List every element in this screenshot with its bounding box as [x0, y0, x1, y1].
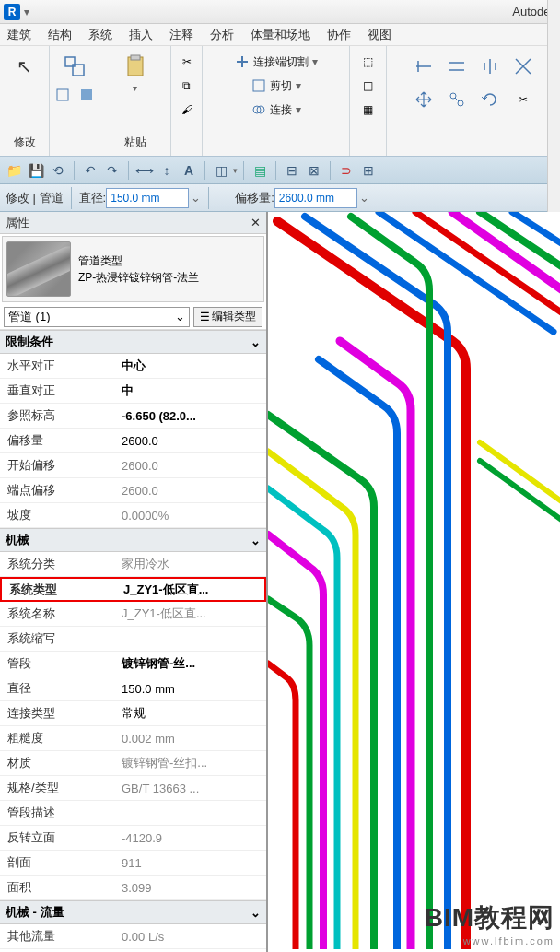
- menu-struct[interactable]: 结构: [48, 27, 72, 43]
- qat-close[interactable]: ⊠: [304, 160, 324, 181]
- match-btn[interactable]: 🖌: [177, 100, 197, 120]
- row-start-off: 开始偏移2600.0: [0, 453, 266, 478]
- menu-collab[interactable]: 协作: [327, 27, 351, 43]
- move-btn[interactable]: [409, 85, 438, 114]
- qat-magnet[interactable]: ⊃: [336, 160, 356, 181]
- cut-btn[interactable]: ✂: [177, 52, 197, 72]
- qat-dim1[interactable]: ⟷: [134, 160, 155, 181]
- type-name: ZP-热浸锌镀锌钢管-法兰: [78, 269, 199, 286]
- qat-3d[interactable]: ◫: [211, 160, 231, 181]
- group-mechanical[interactable]: 机械⌄: [0, 528, 266, 552]
- quick-access-toolbar: 📁 💾 ⟲ ↶ ↷ ⟷ ↕ A ◫ ▾ ▤ ⊟ ⊠ ⊃ ⊞: [0, 157, 560, 184]
- row-sys-name: 系统名称J_ZY1-低区直...: [0, 602, 266, 627]
- qat-sync[interactable]: ⟲: [48, 160, 68, 181]
- filter-combo[interactable]: 管道 (1)⌄: [4, 307, 190, 327]
- panel-paste-label: 粘贴: [124, 135, 146, 152]
- cut-geom-btn[interactable]: 剪切▾: [247, 75, 306, 97]
- split-btn[interactable]: ✂: [508, 85, 538, 114]
- select-tool[interactable]: ↖: [10, 52, 40, 81]
- qat-redo[interactable]: ↷: [102, 160, 122, 181]
- group-mech-flow[interactable]: 机械 - 流量⌄: [0, 900, 266, 924]
- qat-text[interactable]: A: [179, 160, 199, 181]
- qat-thin[interactable]: ⊟: [282, 160, 302, 181]
- ribbon: ↖ 修改 ▾ 粘贴 ✂ ⧉ 🖌 连接端切割▾ 剪切▾ 连接▾ ⬚ ◫ ▦: [0, 46, 560, 157]
- prop-btn-2[interactable]: [76, 85, 97, 105]
- type-properties-btn[interactable]: [60, 52, 89, 81]
- edit-type-icon: ☰: [200, 311, 210, 323]
- collapse-icon: ⌄: [251, 534, 261, 547]
- collapse-icon: ⌄: [251, 335, 261, 349]
- clipboard-icon: [122, 53, 148, 79]
- chevron-down-icon: ⌄: [175, 310, 185, 323]
- row-v-just: 垂直对正中: [0, 379, 266, 404]
- menu-analyze[interactable]: 分析: [210, 27, 234, 43]
- group-constraints[interactable]: 限制条件⌄: [0, 330, 266, 354]
- menu-view[interactable]: 视图: [368, 27, 391, 43]
- property-list: 限制条件⌄ 水平对正中心 垂直对正中 参照标高-6.650 (82.0... 偏…: [0, 330, 266, 952]
- properties-panel: 属性 ✕ 管道类型 ZP-热浸锌镀锌钢管-法兰 管道 (1)⌄ ☰编辑类型 限制…: [0, 212, 267, 952]
- row-inv-elev: 反转立面-4120.9: [0, 826, 266, 851]
- row-conn-type: 连接类型常规: [0, 701, 266, 726]
- row-end-off: 端点偏移2600.0: [0, 478, 266, 503]
- svg-rect-3: [81, 89, 92, 100]
- offset-input[interactable]: [274, 188, 357, 208]
- mirror-btn[interactable]: [475, 52, 505, 81]
- qat-undo[interactable]: ↶: [80, 160, 100, 181]
- copy-btn[interactable]: ⧉: [177, 76, 197, 96]
- row-material: 材质镀锌钢管-丝扣...: [0, 751, 266, 776]
- join-btn[interactable]: 连接▾: [247, 99, 306, 121]
- qat-dim2[interactable]: ↕: [157, 160, 177, 181]
- row-diameter: 直径150.0 mm: [0, 676, 266, 701]
- row-other-flow: 其他流量0.00 L/s: [0, 924, 266, 949]
- rotate-btn[interactable]: [475, 85, 505, 114]
- copy-mod-btn[interactable]: [442, 85, 472, 114]
- qat-dropdown-icon[interactable]: ▾: [24, 6, 29, 18]
- align-btn[interactable]: [409, 52, 438, 81]
- menu-systems[interactable]: 系统: [88, 27, 112, 43]
- geom-btn-1[interactable]: ⬚: [358, 52, 379, 72]
- prop-btn-1[interactable]: [52, 85, 73, 105]
- diameter-dropdown-icon[interactable]: ⌄: [191, 191, 201, 205]
- row-spec: 规格/类型GB/T 13663 ...: [0, 776, 266, 801]
- row-ref-level: 参照标高-6.650 (82.0...: [0, 404, 266, 429]
- app-icon: R: [4, 4, 20, 20]
- offset-btn[interactable]: [442, 52, 472, 81]
- offset-label: 偏移量:: [235, 190, 274, 206]
- options-bar: 修改 | 管道 直径: ⌄ 偏移量: ⌄: [0, 184, 560, 212]
- row-slope: 坡度0.0000%: [0, 503, 266, 528]
- edit-type-button[interactable]: ☰编辑类型: [193, 307, 262, 327]
- properties-title-bar: 属性 ✕: [0, 212, 266, 234]
- svg-rect-6: [253, 80, 264, 91]
- geom-btn-2[interactable]: ◫: [358, 76, 379, 96]
- qat-section[interactable]: ▤: [250, 160, 270, 181]
- context-label: 修改 | 管道: [6, 190, 64, 206]
- qat-open[interactable]: 📁: [4, 160, 24, 181]
- paste-btn[interactable]: [121, 52, 150, 81]
- offset-dropdown-icon[interactable]: ⌄: [359, 191, 369, 205]
- row-area: 面积3.099: [0, 876, 266, 900]
- type-selector[interactable]: 管道类型 ZP-热浸锌镀锌钢管-法兰: [2, 236, 264, 302]
- menu-insert[interactable]: 插入: [129, 27, 153, 43]
- panel-modify-label: 修改: [14, 135, 36, 152]
- menu-annotate[interactable]: 注释: [169, 27, 193, 43]
- row-sys-abbr: 系统缩写: [0, 627, 266, 652]
- diameter-input[interactable]: [106, 188, 189, 208]
- menu-massing[interactable]: 体量和场地: [251, 27, 310, 43]
- menu-bar: 建筑 结构 系统 插入 注释 分析 体量和场地 协作 视图: [0, 24, 560, 46]
- svg-rect-5: [131, 55, 140, 60]
- menu-arch[interactable]: 建筑: [7, 27, 31, 43]
- row-seg-desc: 管段描述: [0, 801, 266, 826]
- geom-btn-3[interactable]: ▦: [358, 100, 379, 120]
- qat-more[interactable]: ⊞: [358, 160, 379, 181]
- cope-icon: [235, 54, 250, 69]
- row-offset: 偏移量2600.0: [0, 429, 266, 453]
- viewport-3d[interactable]: BIM教程网 www.lfbim.com: [267, 212, 560, 952]
- row-segment: 管段镀锌钢管-丝...: [0, 652, 266, 676]
- trim-btn[interactable]: [508, 52, 538, 81]
- row-sys-class: 系统分类家用冷水: [0, 552, 266, 577]
- row-roughness: 粗糙度0.002 mm: [0, 726, 266, 751]
- cope-btn[interactable]: 连接端切割▾: [230, 51, 322, 73]
- close-icon[interactable]: ✕: [251, 216, 261, 229]
- qat-save[interactable]: 💾: [26, 160, 46, 181]
- properties-title: 属性: [6, 215, 29, 231]
